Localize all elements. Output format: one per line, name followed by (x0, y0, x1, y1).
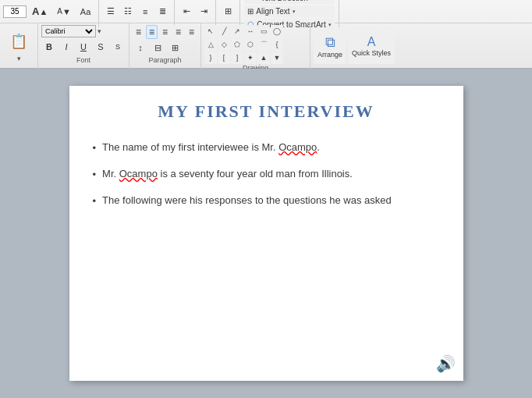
column-button[interactable]: ⊟ (150, 40, 165, 55)
shadow-button[interactable]: S (110, 39, 126, 55)
arrange-styles-row: ⧉ Arrange A Quick Styles (314, 25, 395, 67)
strikethrough-button[interactable]: S (93, 39, 108, 55)
drawing-group: ↖ ╱ ↗ ↔ ▭ ◯ △ ◇ ⬠ ⬡ ⌒ { } [ ] ✦ ▲ ▼ (201, 23, 310, 69)
shapes-scroll-up[interactable]: ▲ (257, 52, 270, 64)
shape-oval[interactable]: ◯ (271, 25, 283, 37)
quick-styles-icon: A (367, 35, 376, 49)
slide-content: • The name of my first interviewee is Mr… (93, 140, 440, 220)
shape-double-arrow[interactable]: ↔ (244, 25, 257, 37)
shape-hex[interactable]: ⬡ (244, 38, 257, 51)
align-justify-button[interactable]: ≡ (172, 25, 184, 39)
slide[interactable]: MY FIRST INTERVIEW • The name of my firs… (69, 86, 463, 381)
shape-arc[interactable]: ⌒ (257, 38, 270, 51)
text-direction-arrow: ▾ (310, 0, 314, 2)
font-group: Calibri ▾ B I U S S Font (38, 23, 129, 69)
font-clipboard-area: 📋 ▾ (0, 23, 38, 69)
font-name-row: Calibri ▾ (41, 25, 126, 37)
indent-group: ⇤ ⇥ (179, 4, 211, 20)
alignment-row: ≡ ≡ ≡ ≡ ≡ (133, 25, 197, 39)
sound-icon[interactable]: 🔊 (436, 354, 456, 373)
indent-increase-button[interactable]: ⇥ (196, 4, 211, 20)
font-size-increase-button[interactable]: A▲ (28, 4, 51, 20)
ocampo-1: Ocampo (278, 141, 317, 153)
arrange-icon: ⧉ (325, 34, 335, 51)
bullet-2: • (93, 168, 97, 183)
shape-pentagon[interactable]: ⬠ (231, 38, 243, 51)
shape-cursor[interactable]: ↖ (204, 25, 217, 37)
arrange-quickstyles-group: ⧉ Arrange A Quick Styles (310, 23, 398, 69)
paragraph-group-label: Paragraph (133, 56, 197, 64)
ocampo-2: Ocampo (119, 168, 158, 179)
shape-diamond[interactable]: ◇ (218, 38, 230, 51)
font-face-select[interactable]: Calibri (41, 25, 96, 37)
quick-styles-label: Quick Styles (352, 49, 391, 57)
text-direction-button[interactable]: ⟺ Text Direction ▾ (244, 0, 334, 4)
shape-bracket-open[interactable]: [ (218, 52, 230, 64)
font-face-arrow: ▾ (98, 27, 101, 35)
ordered-list-button[interactable]: ☷ (120, 4, 136, 20)
bullet-2-text: Mr. Ocampo is a seventy four year old ma… (102, 167, 353, 182)
align-left-button[interactable]: ≡ (133, 25, 144, 39)
shapes-grid: ↖ ╱ ↗ ↔ ▭ ◯ △ ◇ ⬠ ⬡ ⌒ { } [ ] ✦ ▲ ▼ (204, 25, 290, 64)
font-size-decrease-button[interactable]: A▼ (53, 4, 75, 20)
shape-brace-close[interactable]: } (204, 52, 217, 64)
bullet-1-text: The name of my first interviewee is Mr. … (102, 140, 320, 155)
align-right-button[interactable]: ≡ (159, 25, 171, 39)
list-item: • The name of my first interviewee is Mr… (93, 140, 440, 156)
list-item: • The following were his responses to th… (93, 194, 440, 209)
ribbon-top-row: A▲ A▼ Aa ☰ ☷ ≡ ≣ ⇤ ⇥ ⊞ (0, 0, 532, 23)
clipboard-group: 📋 ▾ (5, 25, 33, 67)
line-spacing-button[interactable]: ↕ (133, 40, 148, 55)
shape-bracket-close[interactable]: ] (231, 52, 243, 64)
bold-button[interactable]: B (41, 39, 57, 55)
shape-brace-open[interactable]: { (271, 38, 283, 51)
unordered-list-button[interactable]: ☰ (103, 4, 119, 20)
bullet-3-text: The following were his responses to the … (102, 194, 392, 208)
align-text-arrow: ▾ (293, 9, 296, 15)
text-direction-label: Text Direction (261, 0, 308, 2)
list-buttons-group: ☰ ☷ ≡ ≣ (103, 4, 170, 20)
clear-formatting-button[interactable]: Aa (76, 4, 94, 20)
shape-rect[interactable]: ▭ (257, 25, 270, 37)
underline-button[interactable]: U (76, 39, 91, 55)
align-text-button[interactable]: ⊞ Align Text ▾ (244, 5, 334, 17)
paragraph-expand-button[interactable]: ⊞ (167, 40, 183, 55)
multi-unordered-list-button[interactable]: ≡ (137, 4, 153, 20)
arrange-button[interactable]: ⧉ Arrange (314, 28, 346, 64)
shapes-scroll-down[interactable]: ▼ (271, 52, 283, 64)
slide-title: MY FIRST INTERVIEW (93, 101, 440, 122)
align-text-label: Align Text (256, 7, 289, 16)
shape-star[interactable]: ✦ (244, 52, 257, 64)
align-distributed-button[interactable]: ≡ (186, 25, 197, 39)
font-size-group: A▲ A▼ Aa (3, 4, 94, 20)
canvas-area: MY FIRST INTERVIEW • The name of my firs… (0, 69, 532, 398)
font-size-input[interactable] (3, 5, 27, 18)
italic-button[interactable]: I (59, 39, 74, 55)
paragraph-group: ≡ ≡ ≡ ≡ ≡ ↕ ⊟ ⊞ Paragraph (129, 23, 201, 69)
align-center-button[interactable]: ≡ (146, 25, 158, 39)
font-style-row: B I U S S (41, 39, 126, 55)
paste-button[interactable]: 📋 (7, 30, 30, 53)
quick-styles-button[interactable]: A Quick Styles (348, 28, 395, 64)
ribbon-bottom-row: 📋 ▾ Calibri ▾ B I U S S Font (0, 23, 532, 69)
spacing-row: ↕ ⊟ ⊞ (133, 40, 197, 55)
list-item: • Mr. Ocampo is a seventy four year old … (93, 167, 440, 183)
bullet-1: • (93, 141, 97, 156)
shape-arrow[interactable]: ↗ (231, 25, 243, 37)
indent-decrease-button[interactable]: ⇤ (179, 4, 194, 20)
ribbon: A▲ A▼ Aa ☰ ☷ ≡ ≣ ⇤ ⇥ ⊞ (0, 0, 532, 69)
multi-ordered-list-button[interactable]: ≣ (154, 4, 170, 20)
font-group-label: Font (41, 56, 126, 64)
arrange-label: Arrange (317, 51, 342, 59)
columns-button[interactable]: ⊞ (220, 4, 236, 20)
bullet-3: • (93, 194, 97, 209)
shape-triangle[interactable]: △ (204, 38, 217, 51)
shape-line[interactable]: ╱ (218, 25, 230, 37)
